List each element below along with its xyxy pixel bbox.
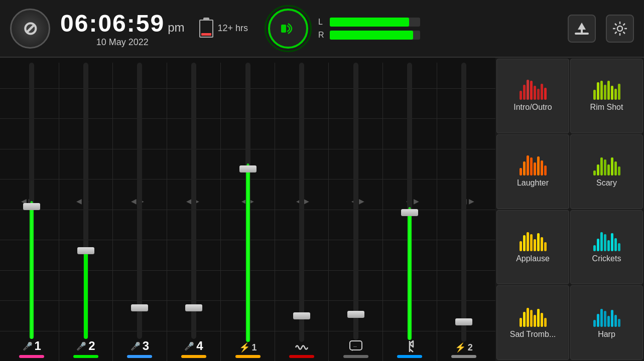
channel-1-label: 🎤 1 — [23, 339, 41, 353]
pad-harp-label: Harp — [598, 330, 615, 339]
logo: ⊘ — [10, 9, 50, 49]
level-r-label: R — [318, 31, 326, 40]
laughter-waveform — [520, 155, 547, 175]
pad-crickets-label: Crickets — [592, 254, 621, 263]
svg-rect-0 — [281, 25, 286, 33]
channel-9-color — [451, 355, 476, 358]
scary-waveform — [593, 155, 620, 175]
channel-2-label: 🎤 2 — [76, 339, 95, 353]
mixer: ◀ ▶ ◀ ▶ ◀ ▶ ◀ ▶ ◀ ▶ ◀ ▶ ◀ ▶ ◀ ▶ ◀ ▶ — [0, 58, 495, 361]
level-r-bar — [330, 31, 420, 40]
channel-7-label: ... — [349, 340, 363, 353]
channel-2-color — [73, 355, 98, 358]
battery-text: 12+ hrs — [217, 23, 248, 34]
svg-line-10 — [623, 24, 625, 26]
channel-4-label: 🎤 4 — [184, 339, 203, 353]
pad-rim-shot-label: Rim Shot — [590, 103, 623, 112]
pad-crickets[interactable]: Crickets — [570, 210, 643, 285]
channel-8-label — [404, 340, 415, 353]
time-block: 06:06:59 pm 10 May 2022 — [60, 10, 184, 48]
pad-applause-label: Applause — [516, 254, 550, 263]
channel-3-color — [127, 355, 152, 358]
crickets-waveform — [593, 231, 620, 251]
svg-text:...: ... — [353, 343, 357, 348]
settings-button[interactable] — [606, 15, 634, 43]
level-r-fill — [330, 31, 413, 40]
channel-5: ⚡ 1 — [221, 63, 275, 361]
pad-intro-outro[interactable]: Intro/Outro — [496, 59, 569, 133]
levels-block: L R — [318, 18, 420, 40]
intro-outro-waveform — [520, 80, 547, 100]
clock-ampm: pm — [168, 21, 184, 35]
channel-7: ... — [329, 63, 383, 361]
pad-sad-trombone[interactable]: Sad Tromb... — [496, 285, 569, 360]
channel-1-color — [19, 355, 44, 358]
channel-9-label: ⚡ 2 — [455, 342, 473, 353]
svg-point-3 — [617, 26, 622, 31]
level-l-label: L — [318, 18, 326, 27]
mixer-channels: 🎤 1 🎤 2 — [0, 58, 495, 361]
channel-6-color — [289, 355, 314, 358]
channel-6 — [275, 63, 329, 361]
channel-2: 🎤 2 — [59, 63, 113, 361]
rim-shot-waveform — [593, 80, 620, 100]
applause-waveform — [520, 231, 547, 251]
pad-applause[interactable]: Applause — [496, 210, 569, 285]
channel-8 — [383, 63, 437, 361]
pad-scary-label: Scary — [596, 178, 617, 188]
battery-block: 12+ hrs — [199, 20, 248, 38]
channel-3: 🎤 3 — [113, 63, 167, 361]
pad-intro-outro-label: Intro/Outro — [513, 103, 552, 112]
svg-line-9 — [623, 32, 625, 34]
header: ⊘ 06:06:59 pm 10 May 2022 12+ hrs L — [0, 0, 644, 58]
speaker-button[interactable] — [268, 9, 308, 49]
channel-4: 🎤 4 — [167, 63, 221, 361]
harp-waveform — [593, 307, 620, 327]
pad-laughter-label: Laughter — [517, 178, 549, 188]
clock-time: 06:06:59 — [60, 10, 165, 37]
channel-5-label: ⚡ 1 — [239, 342, 257, 353]
channel-3-label: 🎤 3 — [131, 339, 149, 353]
channel-7-color — [343, 355, 368, 358]
channel-5-color — [235, 355, 261, 358]
pad-scary[interactable]: Scary — [570, 134, 643, 209]
channel-6-label — [295, 342, 309, 353]
main-area: ◀ ▶ ◀ ▶ ◀ ▶ ◀ ▶ ◀ ▶ ◀ ▶ ◀ ▶ ◀ ▶ ◀ ▶ — [0, 58, 644, 361]
channel-4-color — [181, 355, 206, 358]
header-actions — [568, 15, 634, 43]
channel-1: 🎤 1 — [5, 63, 59, 361]
channel-9: ⚡ 2 — [437, 63, 491, 361]
clock-date: 10 May 2022 — [60, 37, 184, 48]
pad-sad-trombone-label: Sad Tromb... — [510, 330, 556, 339]
pad-rim-shot[interactable]: Rim Shot — [570, 59, 643, 133]
level-l-bar — [330, 18, 420, 27]
upload-button[interactable] — [568, 15, 596, 43]
sad-trombone-waveform — [520, 307, 547, 327]
svg-line-11 — [615, 32, 617, 34]
svg-line-8 — [615, 24, 617, 26]
pad-harp[interactable]: Harp — [570, 285, 643, 360]
channel-8-color — [397, 355, 422, 358]
pad-laughter[interactable]: Laughter — [496, 134, 569, 209]
level-l-fill — [330, 18, 409, 27]
sound-pads: Intro/Outro Rim Shot — [495, 58, 644, 361]
